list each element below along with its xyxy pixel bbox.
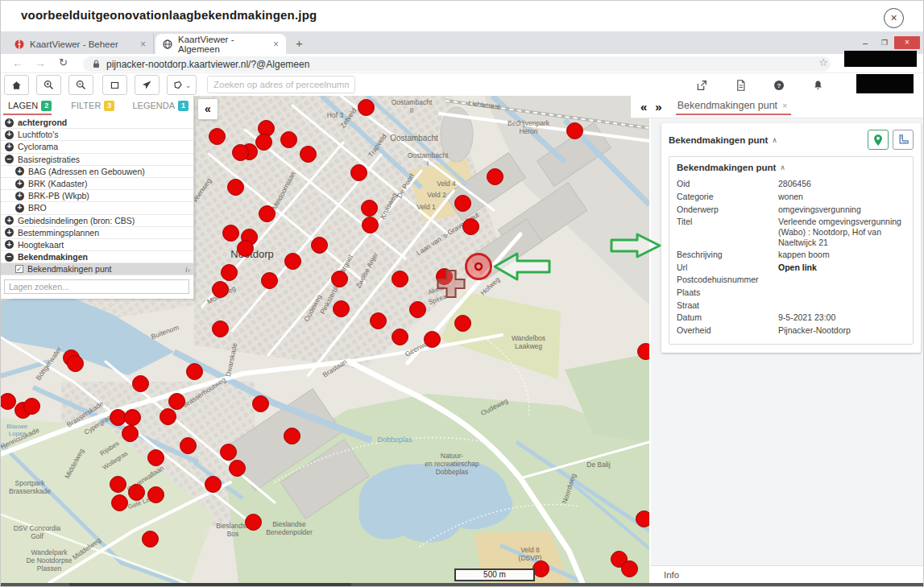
locate-button[interactable] (135, 75, 160, 95)
announcement-point[interactable] (362, 217, 379, 234)
viewer-close-icon[interactable]: × (884, 8, 904, 28)
announcement-point[interactable] (350, 164, 367, 181)
announcement-point[interactable] (122, 425, 139, 442)
panel-collapse-left-icon[interactable]: « (636, 100, 651, 114)
announcement-point[interactable] (636, 511, 650, 527)
announcement-point[interactable] (245, 514, 262, 531)
expand-node-icon[interactable]: + (5, 143, 14, 151)
announcement-point[interactable] (280, 131, 297, 148)
announcement-point[interactable] (252, 395, 269, 412)
zoom-to-point-button[interactable] (868, 130, 889, 150)
announcement-point[interactable] (311, 237, 328, 254)
pdf-export-button[interactable] (731, 76, 750, 95)
zoom-in-button[interactable] (36, 75, 61, 95)
announcement-point[interactable] (566, 122, 583, 139)
announcement-point[interactable] (124, 409, 141, 426)
expand-node-icon[interactable]: + (5, 130, 14, 139)
expand-node-icon[interactable]: + (5, 228, 14, 237)
expand-node-icon[interactable]: + (15, 180, 24, 188)
announcement-point[interactable] (222, 225, 239, 242)
minimize-button[interactable]: – (856, 38, 875, 48)
expand-node-icon[interactable]: + (5, 216, 14, 225)
announcement-point[interactable] (462, 218, 479, 235)
expand-node-icon[interactable]: + (15, 192, 24, 200)
scrollbar-thumb[interactable] (69, 583, 351, 587)
restore-button[interactable]: ❐ (875, 39, 894, 47)
announcement-point[interactable] (237, 240, 254, 257)
zoom-extent-button[interactable] (102, 75, 127, 95)
announcement-point[interactable] (232, 144, 249, 161)
announcement-point[interactable] (111, 494, 128, 511)
layer-tree-item[interactable]: +BRO (1, 202, 193, 214)
announcement-point[interactable] (261, 272, 278, 289)
notifications-button[interactable] (808, 76, 827, 95)
layer-tree-item[interactable]: +achtergrond (1, 117, 193, 129)
info-footer[interactable]: Info (651, 565, 924, 583)
close-window-button[interactable]: × (894, 36, 920, 49)
announcement-point[interactable] (424, 331, 441, 348)
expand-node-icon[interactable]: + (5, 240, 14, 249)
horizontal-scrollbar[interactable] (1, 583, 923, 587)
address-search-input[interactable] (207, 76, 355, 93)
announcement-point[interactable] (180, 437, 197, 454)
layer-tree-item[interactable]: +Cyclorama (1, 141, 193, 153)
announcement-point[interactable] (23, 398, 40, 415)
announcement-point[interactable] (1, 393, 16, 410)
expand-node-icon[interactable]: + (5, 118, 14, 127)
announcement-point[interactable] (333, 300, 350, 317)
announcement-point[interactable] (637, 343, 650, 360)
share-button[interactable] (692, 76, 711, 95)
announcement-point[interactable] (392, 271, 408, 287)
layer-options-icon[interactable]: i› (185, 265, 190, 274)
announcement-point[interactable] (259, 205, 276, 222)
announcement-point[interactable] (147, 449, 164, 466)
home-button[interactable] (4, 75, 29, 95)
layer-search-input[interactable] (4, 279, 189, 294)
announcement-point[interactable] (358, 99, 375, 116)
tab-filter[interactable]: FILTER 3 (71, 101, 114, 111)
announcement-point[interactable] (205, 476, 222, 493)
announcement-point[interactable] (284, 428, 300, 444)
announcement-point[interactable] (454, 195, 471, 212)
announcement-point[interactable] (67, 355, 84, 372)
measure-button[interactable] (893, 130, 914, 150)
announcement-point[interactable] (487, 168, 503, 185)
layer-tree-item[interactable]: +Luchtfoto's (1, 129, 193, 141)
announcement-point[interactable] (128, 484, 145, 501)
expand-node-icon[interactable]: + (15, 204, 24, 213)
announcement-point[interactable] (227, 179, 244, 196)
tab-lagen[interactable]: LAGEN 2 (8, 101, 52, 111)
layer-checkbox-checked-icon[interactable]: ✓ (15, 265, 23, 273)
layer-tree-item[interactable]: +Hoogtekaart (1, 239, 193, 251)
select-shape-button[interactable]: ⌄ (167, 75, 197, 95)
layer-tree-item[interactable]: +BRK (Kadaster) (1, 178, 193, 190)
tab-legenda[interactable]: LEGENDA 1 (132, 101, 189, 111)
bookmark-star-icon[interactable]: ☆ (818, 56, 828, 68)
announcement-point[interactable] (454, 315, 471, 332)
layer-tree-item[interactable]: −Basisregistraties (1, 154, 193, 166)
announcement-point[interactable] (331, 271, 348, 287)
announcement-point[interactable] (110, 476, 126, 493)
layer-tree-item[interactable]: +Bestemmingsplannen (1, 227, 193, 239)
panel-tab-close-icon[interactable]: × (782, 101, 787, 110)
announcement-point[interactable] (212, 320, 229, 337)
back-button[interactable]: ← (12, 56, 23, 69)
announcement-point[interactable] (186, 363, 203, 380)
expand-node-icon[interactable]: + (15, 167, 24, 176)
announcement-point[interactable] (147, 486, 164, 503)
panel-collapse-right-icon[interactable]: » (651, 100, 665, 114)
announcement-point[interactable] (284, 253, 301, 270)
announcement-point[interactable] (132, 375, 149, 392)
layer-tree-item[interactable]: +BRK-PB (Wkpb) (1, 190, 193, 202)
announcement-point[interactable] (168, 393, 185, 410)
collapse-node-icon[interactable]: − (5, 253, 14, 262)
tab-close-icon[interactable]: × (273, 39, 279, 50)
announcement-point[interactable] (142, 531, 159, 548)
layer-tree-item[interactable]: +Gebiedsindelingen (bron: CBS) (1, 215, 193, 227)
announcement-point[interactable] (221, 264, 238, 281)
tab-close-icon[interactable]: × (140, 39, 146, 50)
reload-button[interactable]: ↻ (59, 56, 68, 68)
chevron-up-icon[interactable]: ∧ (780, 163, 785, 172)
address-bar[interactable]: pijnacker-nootdorp.kaartviewer.nl/?@Alge… (83, 56, 831, 72)
zoom-out-button[interactable] (68, 75, 93, 95)
